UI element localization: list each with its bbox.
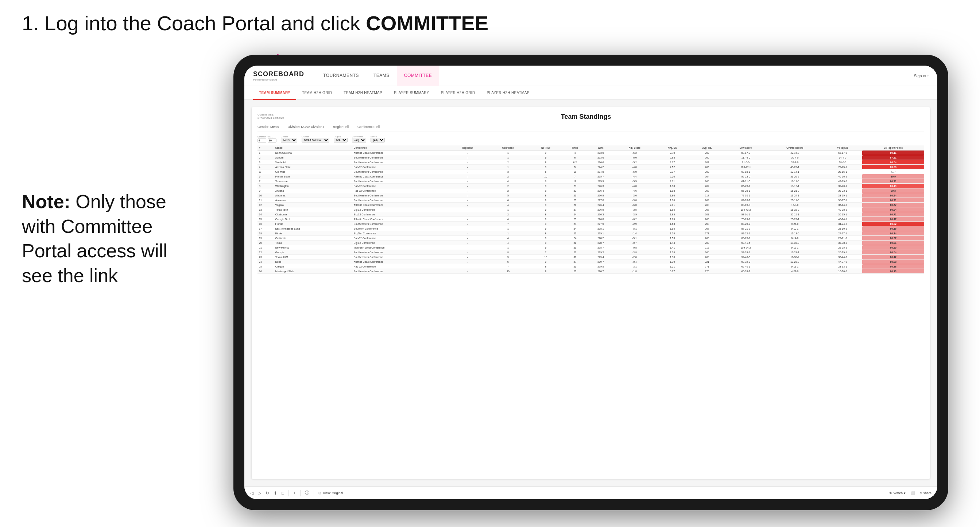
sub-nav-player-h2h-grid[interactable]: PLAYER H2H GRID	[435, 86, 481, 100]
cell-conf-rank: 4	[487, 236, 529, 241]
cell-school[interactable]: Arizona	[274, 189, 352, 193]
table-row: 26 Mississippi State Southeastern Confer…	[258, 269, 924, 274]
cell-school[interactable]: Georgia Tech	[274, 217, 352, 222]
watch-btn[interactable]: 👁 Watch ▾	[889, 491, 905, 495]
cell-avg-sg: 1.85	[655, 207, 690, 212]
cell-school[interactable]: Illinois	[274, 231, 352, 236]
nav-teams[interactable]: TEAMS	[366, 66, 397, 86]
cell-low-score: 83-15-0	[725, 203, 767, 207]
cell-conf-rank: 6	[487, 198, 529, 203]
cell-school[interactable]: Vanderbilt	[274, 160, 352, 165]
school-select[interactable]: (All)	[371, 138, 385, 143]
cell-wins: 279.4	[587, 255, 614, 259]
cell-conf-rank: 8	[487, 250, 529, 255]
sign-out-link[interactable]: Sign out	[914, 74, 929, 78]
cell-conference: Atlantic Coast Conference	[352, 174, 448, 179]
cell-school[interactable]: Florida	[274, 222, 352, 226]
cell-avg-sg: 1.98	[655, 184, 690, 189]
cell-vs-top25: 46-24-1	[823, 217, 862, 222]
cell-low-score: 80-25-2	[725, 222, 767, 226]
toolbar-info-icon[interactable]: ⓘ	[305, 490, 309, 496]
cell-rank: 1	[258, 151, 274, 155]
table-row: 25 Oregon Pac-12 Conference - 7 8 21 279…	[258, 264, 924, 269]
cell-adj-score: -1.8	[614, 269, 655, 274]
cell-school[interactable]: Texas	[274, 241, 352, 245]
min-rounds-input-2[interactable]	[268, 138, 277, 143]
cell-avg-rd: 258	[689, 222, 725, 226]
standings-table: # School Conference Reg Rank Conf Rank N…	[258, 145, 924, 274]
cell-wins: 278.7	[587, 245, 614, 250]
cell-school[interactable]: Washington	[274, 184, 352, 189]
cell-school[interactable]: North Carolina	[274, 151, 352, 155]
cell-no-tour: 9	[529, 226, 562, 231]
cell-avg-rd: 264	[689, 174, 725, 179]
cell-vs-top50-pts: 80.71	[862, 179, 924, 184]
nav-committee[interactable]: COMMITTEE	[397, 66, 439, 86]
cell-school[interactable]: California	[274, 236, 352, 241]
cell-school[interactable]: East Tennessee State	[274, 226, 352, 231]
table-row: 12 Virginia Atlantic Coast Conference - …	[258, 203, 924, 207]
cell-avg-sg: 2.01	[655, 203, 690, 207]
cell-school[interactable]: Oregon	[274, 264, 352, 269]
sub-nav-team-h2h-heatmap[interactable]: TEAM H2H HEATMAP	[338, 86, 388, 100]
cell-no-tour: 8	[529, 231, 562, 236]
cell-overall-record: 10-23-0	[767, 259, 823, 264]
cell-school[interactable]: Texas Tech	[274, 207, 352, 212]
division-select[interactable]: NCAA Division I	[302, 138, 329, 143]
cell-conference: Southeastern Conference	[352, 155, 448, 160]
toolbar-bookmark-icon[interactable]: □	[282, 490, 284, 496]
cell-avg-sg: 2.20	[655, 174, 690, 179]
cell-school[interactable]: Tennessee	[274, 179, 352, 184]
region-select[interactable]: N/A	[334, 138, 348, 143]
cell-vs-top50-pts: 80.91	[862, 241, 924, 245]
toolbar-reload-icon[interactable]: ↻	[266, 490, 269, 496]
cell-school[interactable]: New Mexico	[274, 245, 352, 250]
cell-low-score: 117-4-0	[725, 155, 767, 160]
cell-school[interactable]: Ole Miss	[274, 170, 352, 174]
cell-wins: 279.2	[587, 250, 614, 255]
cell-low-score: 90-32-2	[725, 259, 767, 264]
cell-avg-sg: 1.39	[655, 259, 690, 264]
cell-reg-rank: -	[448, 236, 487, 241]
toolbar-forward-icon[interactable]: ▷	[258, 490, 261, 496]
cell-rank: 17	[258, 226, 274, 231]
cell-school[interactable]: Alabama	[274, 193, 352, 198]
cell-school[interactable]: Virginia	[274, 203, 352, 207]
share-btn[interactable]: ⎋ Share	[920, 491, 931, 495]
sub-nav-player-h2h-heatmap[interactable]: PLAYER H2H HEATMAP	[481, 86, 535, 100]
cell-school[interactable]: Oklahoma	[274, 212, 352, 217]
toolbar-add-icon[interactable]: +	[293, 490, 296, 496]
sub-nav-player-summary[interactable]: PLAYER SUMMARY	[388, 86, 435, 100]
cell-school[interactable]: Auburn	[274, 155, 352, 160]
cell-rnds: 21	[562, 203, 587, 207]
cell-school[interactable]: Mississippi State	[274, 269, 352, 274]
cell-reg-rank: -	[448, 203, 487, 207]
min-rounds-input-1[interactable]	[258, 138, 266, 143]
sub-nav-team-summary[interactable]: TEAM SUMMARY	[253, 86, 296, 100]
toolbar-action-icon[interactable]: ⬜	[911, 491, 915, 495]
cell-school[interactable]: Florida State	[274, 174, 352, 179]
sub-nav-team-h2h-grid[interactable]: TEAM H2H GRID	[296, 86, 338, 100]
cell-school[interactable]: Texas A&M	[274, 255, 352, 259]
cell-adj-score: -6.0	[614, 155, 655, 160]
toolbar-back-icon[interactable]: ◁	[250, 490, 253, 496]
gender-select[interactable]: Men's	[281, 138, 297, 143]
cell-school[interactable]: Georgia	[274, 250, 352, 255]
cell-school[interactable]: Duke	[274, 259, 352, 264]
conference-select[interactable]: (All)	[352, 138, 366, 143]
cell-vs-top25: 23-10-2	[823, 226, 862, 231]
nav-tournaments[interactable]: TOURNAMENTS	[316, 66, 366, 86]
cell-no-tour: 8	[529, 203, 562, 207]
cell-school[interactable]: Arkansas	[274, 198, 352, 203]
toolbar-share-icon[interactable]: ⬆	[274, 490, 277, 496]
table-row: 24 Duke Atlantic Coast Conference - 5 9 …	[258, 259, 924, 264]
standings-container: Update time: 27/03/2024 16:56:26 Team St…	[251, 107, 930, 479]
update-time: Update time: 27/03/2024 16:56:26	[258, 113, 284, 119]
cell-vs-top25: 34-24-2	[823, 222, 862, 226]
cell-rank: 24	[258, 259, 274, 264]
cell-school[interactable]: Arizona State	[274, 165, 352, 170]
cell-wins: 279.1	[587, 231, 614, 236]
cell-low-score: 83-25-1	[725, 236, 767, 241]
cell-reg-rank: -	[448, 170, 487, 174]
view-original-btn[interactable]: ⊡ View: Original	[318, 491, 343, 495]
